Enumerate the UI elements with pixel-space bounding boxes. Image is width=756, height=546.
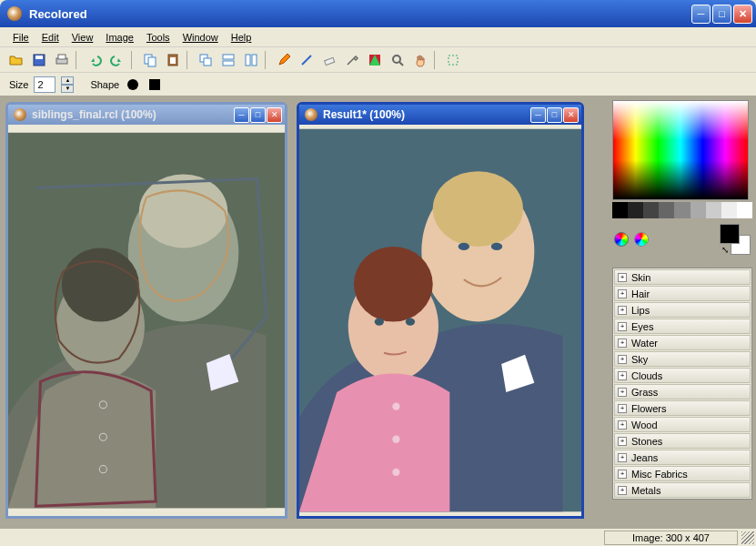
print-button[interactable]: [51, 49, 73, 71]
svg-rect-5: [148, 57, 156, 66]
foreground-color-swatch[interactable]: [720, 224, 740, 244]
color-wheel-icon[interactable]: [614, 232, 629, 247]
doc1-close-button[interactable]: ✕: [267, 107, 282, 123]
doc2-canvas[interactable]: [299, 125, 581, 516]
category-eyes[interactable]: +Eyes: [614, 318, 751, 334]
close-button[interactable]: ✕: [733, 5, 752, 24]
paste-button[interactable]: [162, 49, 184, 71]
doc1-canvas[interactable]: [8, 125, 285, 516]
category-water[interactable]: +Water: [614, 335, 751, 350]
grayscale-ramp[interactable]: [612, 202, 752, 218]
svg-line-14: [302, 56, 311, 65]
eyedropper-tool[interactable]: [341, 49, 363, 71]
category-hair[interactable]: +Hair: [614, 286, 751, 301]
document-window-2[interactable]: Result1* (100%) ─ □ ✕: [297, 102, 584, 519]
menu-help[interactable]: Help: [226, 30, 257, 45]
document-window-1[interactable]: siblings_final.rcl (100%) ─ □ ✕: [5, 102, 287, 519]
category-label: Wood: [631, 420, 658, 430]
category-jeans[interactable]: +Jeans: [614, 450, 751, 465]
pan-tool[interactable]: [409, 49, 431, 71]
copy-button[interactable]: [139, 49, 161, 71]
category-stones[interactable]: +Stones: [614, 433, 751, 449]
svg-rect-7: [170, 57, 176, 64]
expand-icon[interactable]: +: [618, 273, 627, 282]
menu-tools[interactable]: Tools: [141, 30, 176, 45]
tile-horizontal-button[interactable]: [217, 49, 239, 71]
expand-icon[interactable]: +: [618, 289, 627, 298]
line-tool[interactable]: [296, 49, 318, 71]
expand-icon[interactable]: +: [618, 339, 627, 348]
color-spectrum[interactable]: [612, 100, 749, 200]
menu-view[interactable]: View: [66, 30, 99, 45]
category-misc-fabrics[interactable]: +Misc Fabrics: [614, 466, 751, 481]
svg-rect-10: [223, 55, 234, 59]
expand-icon[interactable]: +: [618, 404, 627, 413]
fg-bg-swatch[interactable]: ⤡: [720, 224, 751, 255]
minimize-button[interactable]: ─: [691, 5, 711, 24]
category-label: Stones: [631, 436, 662, 447]
app-title: Recolored: [29, 7, 691, 21]
select-tool[interactable]: [442, 49, 464, 71]
category-label: Skin: [631, 272, 650, 283]
category-label: Sky: [631, 354, 648, 365]
menu-window[interactable]: Window: [177, 30, 224, 45]
doc1-titlebar[interactable]: siblings_final.rcl (100%) ─ □ ✕: [8, 105, 285, 125]
size-spin-up[interactable]: ▲: [61, 76, 74, 85]
save-button[interactable]: [28, 49, 50, 71]
size-spinner[interactable]: ▲ ▼: [61, 76, 74, 93]
category-metals[interactable]: +Metals: [614, 482, 751, 498]
color-wheel-light-icon[interactable]: [634, 232, 649, 247]
category-grass[interactable]: +Grass: [614, 384, 751, 399]
expand-icon[interactable]: +: [618, 306, 627, 315]
eraser-tool[interactable]: [318, 49, 340, 71]
category-skin[interactable]: +Skin: [614, 269, 751, 285]
doc-icon: [14, 108, 26, 121]
doc2-titlebar[interactable]: Result1* (100%) ─ □ ✕: [299, 105, 581, 125]
doc2-close-button[interactable]: ✕: [563, 107, 579, 123]
shape-round-button[interactable]: [127, 79, 138, 90]
expand-icon[interactable]: +: [618, 420, 627, 430]
colorize-button[interactable]: [364, 49, 386, 71]
cascade-windows-button[interactable]: [195, 49, 217, 71]
menu-file[interactable]: File: [7, 30, 35, 45]
size-input[interactable]: [34, 76, 55, 93]
shape-square-button[interactable]: [149, 79, 160, 90]
expand-icon[interactable]: +: [618, 470, 627, 479]
redo-button[interactable]: [106, 49, 128, 71]
expand-icon[interactable]: +: [618, 371, 627, 380]
size-spin-down[interactable]: ▼: [61, 85, 74, 93]
menu-edit[interactable]: Edit: [36, 30, 65, 45]
workspace: siblings_final.rcl (100%) ─ □ ✕: [0, 96, 756, 528]
svg-point-22: [139, 174, 227, 248]
category-wood[interactable]: +Wood: [614, 417, 751, 432]
window-titlebar: Recolored ─ □ ✕: [0, 0, 756, 27]
category-clouds[interactable]: +Clouds: [614, 368, 751, 383]
swap-colors-icon[interactable]: ⤡: [721, 245, 729, 255]
pencil-tool[interactable]: [273, 49, 295, 71]
category-sky[interactable]: +Sky: [614, 351, 751, 367]
doc1-minimize-button[interactable]: ─: [234, 107, 249, 123]
svg-point-39: [392, 469, 399, 476]
category-label: Lips: [631, 305, 650, 316]
open-button[interactable]: [5, 49, 27, 71]
expand-icon[interactable]: +: [618, 322, 627, 331]
category-flowers[interactable]: +Flowers: [614, 400, 751, 416]
maximize-button[interactable]: □: [712, 5, 731, 24]
expand-icon[interactable]: +: [618, 355, 627, 364]
expand-icon[interactable]: +: [618, 453, 627, 462]
expand-icon[interactable]: +: [618, 486, 627, 495]
expand-icon[interactable]: +: [618, 437, 627, 446]
expand-icon[interactable]: +: [618, 388, 627, 397]
svg-rect-9: [204, 58, 211, 66]
category-lips[interactable]: +Lips: [614, 302, 751, 318]
doc2-minimize-button[interactable]: ─: [530, 107, 546, 123]
resize-grip-icon[interactable]: [741, 531, 754, 544]
category-label: Eyes: [631, 321, 653, 332]
zoom-tool[interactable]: [387, 49, 408, 71]
tile-vertical-button[interactable]: [240, 49, 262, 71]
category-label: Misc Fabrics: [631, 469, 688, 480]
doc1-maximize-button[interactable]: □: [250, 107, 266, 123]
doc2-maximize-button[interactable]: □: [547, 107, 562, 123]
menu-image[interactable]: Image: [100, 30, 139, 45]
undo-button[interactable]: [84, 49, 106, 71]
